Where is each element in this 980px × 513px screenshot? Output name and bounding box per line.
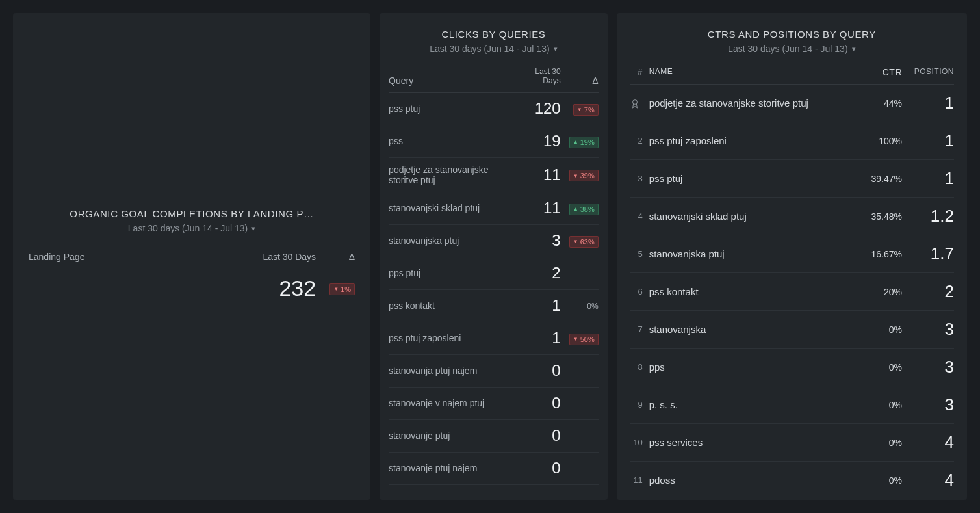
cell-delta: ▲19% xyxy=(561,135,599,148)
cell-value: 0 xyxy=(509,459,561,477)
table-row[interactable]: 232 ▼1% xyxy=(29,269,355,308)
cell-query: podjetje za stanovanjske storitve ptuj xyxy=(389,164,509,185)
col-last-30-days: Last 30 Days xyxy=(205,252,316,262)
cell-query: stanovanja ptuj najem xyxy=(389,365,509,376)
cell-ctr: 0% xyxy=(850,438,902,448)
cell-query: stanovanjska ptuj xyxy=(389,235,509,246)
cell-query: pss xyxy=(389,136,509,146)
cell-ctr: 44% xyxy=(850,98,902,109)
table-row[interactable]: stanovanje ptuj najem 0 xyxy=(389,453,599,485)
triangle-up-icon: ▲ xyxy=(573,139,578,145)
cell-value: 3 xyxy=(509,231,561,250)
cell-ctr: 0% xyxy=(850,400,902,410)
panel-clicks-by-queries: CLICKS BY QUERIES Last 30 days (Jun 14 -… xyxy=(380,13,608,500)
cell-query: stanovanje ptuj najem xyxy=(389,463,509,473)
cell-value: 11 xyxy=(509,199,561,217)
chevron-down-icon: ▾ xyxy=(554,45,558,53)
delta-down-badge: ▼63% xyxy=(569,236,599,248)
cell-value: 232 xyxy=(205,276,316,301)
table-row[interactable]: podjetje za stanovanjske storitve ptuj 1… xyxy=(389,158,599,192)
panel-title: CTRS AND POSITIONS BY QUERY xyxy=(617,29,967,40)
cell-delta xyxy=(561,462,599,474)
table-row[interactable]: 5 stanovanjska ptuj 16.67% 1.7 xyxy=(630,235,954,273)
cell-name: stanovanjska xyxy=(649,324,850,335)
cell-value: 120 xyxy=(509,99,561,118)
cell-value: 19 xyxy=(509,132,561,150)
delta-up-badge: ▲19% xyxy=(569,137,599,148)
cell-position: 1 xyxy=(902,131,954,151)
cell-name: p. s. s. xyxy=(649,399,850,410)
table-row[interactable]: 4 stanovanjski sklad ptuj 35.48% 1.2 xyxy=(630,198,954,235)
table-row[interactable]: pps ptuj 2 xyxy=(389,257,599,290)
cell-query: stanovanje ptuj xyxy=(389,430,509,441)
delta-down-badge: ▼1% xyxy=(329,283,355,295)
cell-query: pss ptuj zaposleni xyxy=(389,333,509,343)
table-row[interactable]: 7 stanovanjska 0% 3 xyxy=(630,311,954,349)
table-row[interactable]: podjetje za stanovanjske storitve ptuj 4… xyxy=(630,85,954,122)
cell-position: 4 xyxy=(902,470,954,490)
svg-point-0 xyxy=(632,99,637,104)
cell-rank: 3 xyxy=(630,174,649,183)
cell-ctr: 20% xyxy=(850,287,902,297)
chevron-down-icon: ▾ xyxy=(852,45,856,53)
cell-rank xyxy=(630,98,649,109)
delta-up-badge: ▲38% xyxy=(569,204,599,215)
cell-name: pss kontakt xyxy=(649,286,850,297)
cell-rank: 9 xyxy=(630,400,649,410)
col-ctr: CTR xyxy=(850,67,902,77)
triangle-down-icon: ▼ xyxy=(577,107,582,112)
table-row[interactable]: pss 19 ▲19% xyxy=(389,125,599,158)
date-range-selector[interactable]: Last 30 days (Jun 14 - Jul 13) ▾ xyxy=(380,44,608,54)
cell-delta: ▼1% xyxy=(316,282,355,295)
cell-value: 0 xyxy=(509,427,561,445)
table-row[interactable]: stanovanje v najem ptuj 0 xyxy=(389,388,599,420)
cell-delta xyxy=(561,430,599,441)
cell-name: pss ptuj xyxy=(649,173,850,184)
col-delta: Δ xyxy=(316,252,355,262)
cell-value: 2 xyxy=(509,264,561,282)
table-row[interactable]: 3 pss ptuj 39.47% 1 xyxy=(630,160,954,198)
panel-organic-goal-completions: ORGANIC GOAL COMPLETIONS BY LANDING P… L… xyxy=(13,13,370,500)
table-row[interactable]: pss kontakt 1 0% xyxy=(389,290,599,322)
table-row[interactable]: pss ptuj 120 ▼7% xyxy=(389,93,599,125)
table-row[interactable]: stanovanjski sklad ptuj 11 ▲38% xyxy=(389,192,599,225)
table-row[interactable]: pss ptuj zaposleni 1 ▼50% xyxy=(389,322,599,355)
award-icon xyxy=(630,98,643,109)
table-header: # NAME CTR POSITION xyxy=(630,60,954,85)
cell-position: 1 xyxy=(902,168,954,189)
col-delta: Δ xyxy=(561,75,599,86)
table-header: Query Last 30Days Δ xyxy=(389,60,599,93)
cell-name: pdoss xyxy=(649,475,850,486)
table-row[interactable]: 2 pss ptuj zaposleni 100% 1 xyxy=(630,122,954,160)
table-row[interactable]: 9 p. s. s. 0% 3 xyxy=(630,386,954,424)
date-range-label: Last 30 days (Jun 14 - Jul 13) xyxy=(728,44,847,54)
table-row[interactable]: 6 pss kontakt 20% 2 xyxy=(630,273,954,311)
table-row[interactable]: stanovanja ptuj najem 0 xyxy=(389,355,599,388)
cell-ctr: 100% xyxy=(850,136,902,146)
cell-delta: 0% xyxy=(561,300,599,311)
cell-ctr: 0% xyxy=(850,362,902,373)
table-header: Landing Page Last 30 Days Δ xyxy=(29,245,355,269)
cell-position: 3 xyxy=(902,319,954,339)
date-range-label: Last 30 days (Jun 14 - Jul 13) xyxy=(430,44,549,54)
date-range-selector[interactable]: Last 30 days (Jun 14 - Jul 13) ▾ xyxy=(617,44,967,54)
col-rank: # xyxy=(630,67,649,77)
cell-delta: ▼50% xyxy=(561,332,599,345)
table-row[interactable]: 8 pps 0% 3 xyxy=(630,349,954,386)
delta-down-badge: ▼7% xyxy=(573,104,599,116)
cell-rank: 7 xyxy=(630,324,649,334)
cell-query: pps ptuj xyxy=(389,268,509,278)
cell-name: podjetje za stanovanjske storitve ptuj xyxy=(649,98,850,109)
date-range-selector[interactable]: Last 30 days (Jun 14 - Jul 13) ▾ xyxy=(128,223,255,233)
cell-ctr: 16.67% xyxy=(850,249,902,259)
delta-down-badge: ▼50% xyxy=(569,334,599,345)
col-landing-page: Landing Page xyxy=(29,252,205,262)
cell-ctr: 0% xyxy=(850,324,902,335)
cell-value: 1 xyxy=(509,329,561,347)
table-row[interactable]: stanovanje ptuj 0 xyxy=(389,420,599,453)
panel-ctrs-positions: CTRS AND POSITIONS BY QUERY Last 30 days… xyxy=(617,13,967,500)
table-row[interactable]: 10 pss services 0% 4 xyxy=(630,424,954,462)
table-row[interactable]: stanovanjska ptuj 3 ▼63% xyxy=(389,225,599,257)
table-row[interactable]: 11 pdoss 0% 4 xyxy=(630,462,954,499)
cell-delta: ▲38% xyxy=(561,202,599,215)
